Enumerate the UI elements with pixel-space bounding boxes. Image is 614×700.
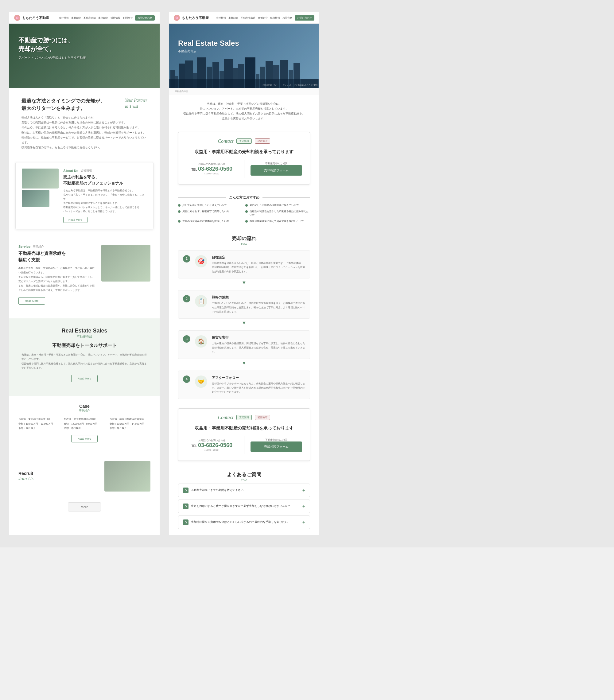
flow-label-4: アフターフォロー <box>212 375 305 380</box>
right-hero-subtitle: 不動産売却店 <box>178 49 310 53</box>
about-read-more[interactable]: Read More <box>63 217 88 223</box>
hero-title: 不動産で勝つには、 売却が全て。 <box>18 36 150 53</box>
breadcrumb-text: 不動産売却店 <box>175 90 188 92</box>
case-1-location: 所在地：東京都江川区荒川区 <box>18 417 59 422</box>
case-section: Case 事例紹介 所在地：東京都江川区荒川区 金額：13,000万円～12,0… <box>9 396 160 455</box>
faq-item-3[interactable]: Q 売却時に掛かる費用や税金はどのくらい掛かるの？最終的な手取りを知りたい + <box>178 515 310 529</box>
flow-num-4: 4 <box>183 375 190 383</box>
flow-section: 売却の流れ Flow 1 🎯 目標設定 不動産売却を成功させるためには、目的と目… <box>169 229 319 405</box>
about-title: 売主の利益を守る、不動産売却のプロフェッショナル <box>63 174 147 186</box>
rec-dot-6 <box>245 220 248 223</box>
recruit-cursive: Join Us <box>18 476 98 482</box>
about-images <box>22 168 59 223</box>
recruit-section: Recruit Join Us <box>9 455 160 498</box>
service-read-more[interactable]: Read More <box>18 297 45 304</box>
flow-num-3: 3 <box>183 335 190 342</box>
flow-step-4: 4 🤝 アフターフォロー 売却後のトラブルサポートはもちろん、余剰資金の運用や節… <box>178 371 310 399</box>
flow-icon-1: 🎯 <box>195 255 207 267</box>
flow-icon-3: 🏠 <box>195 335 207 348</box>
real-estate-title: 不動産売却をトータルサポート <box>22 342 147 349</box>
flow-content-1: 目標設定 不動産売却を成功させるためには、目的と目標の共有が重要です。 ご希望の… <box>212 255 305 274</box>
badge-free-2: 査定無料 <box>236 415 252 420</box>
case-1-type: 形態：専任媒介 <box>18 426 59 430</box>
right-nav-cases[interactable]: 事例紹介 <box>258 16 268 20</box>
case-item-3: 所在地：神奈川県横浜市鶴見区 金額：12,200万円～14,000万円 形態：専… <box>110 417 150 430</box>
right-nav-cta[interactable]: お問い合わせ <box>295 15 314 21</box>
rec-dot-2 <box>245 204 248 207</box>
faq-item-1[interactable]: Q 不動産売却完了までの期間を教えて下さい + <box>178 484 310 497</box>
recommend-grid: 少しでも高く売却したいと考えている方 老朽化した不動産の活用方法に悩んでいる方 … <box>178 203 310 223</box>
more-section: More <box>9 498 160 516</box>
nav-business[interactable]: 事業紹介 <box>71 16 81 20</box>
contact-form-btn-2[interactable]: 売却相談フォーム <box>251 441 302 452</box>
flow-label-3: 確実な実行 <box>212 335 305 340</box>
case-read-more[interactable]: Read More <box>71 435 98 442</box>
faq-plus-3[interactable]: + <box>302 520 305 525</box>
flow-arrow-1: ▼ <box>178 280 310 286</box>
contact-phone-2: TEL 03-6826-0560 <box>186 442 238 449</box>
nav-sales[interactable]: 不動産売却 <box>84 16 96 20</box>
right-header: 🌸 ももたろう不動産 会社情報 事業紹介 不動産売却店 事例紹介 保険情報 お問… <box>169 12 319 24</box>
about-jp-label: 会社情報 <box>81 168 92 173</box>
right-nav-links: 会社情報 事業紹介 不動産売却店 事例紹介 保険情報 お問合せ お問い合わせ <box>216 15 314 21</box>
right-nav-sales[interactable]: 不動産売却店 <box>241 16 255 20</box>
flow-label-1: 目標設定 <box>212 255 305 260</box>
faq-question-2: Q 査定をお願いすると費用が掛かりますか？必ず売却をしなければいけませんか？ <box>183 503 302 509</box>
right-hero-title: Real Estate Sales <box>178 39 310 48</box>
logo-text: ももたろう不動産 <box>22 16 49 20</box>
more-button[interactable]: More <box>68 502 101 512</box>
real-estate-section: Real Estate Sales 不動産売却 不動産売却をトータルサポート 当… <box>9 318 160 396</box>
about-box: About Us 会社情報 売主の利益を守る、不動産売却のプロフェッショナル も… <box>15 162 153 229</box>
real-estate-en-title: Real Estate Sales <box>22 328 147 334</box>
flow-title: 売却の流れ <box>178 236 310 242</box>
faq-plus-2[interactable]: + <box>302 503 305 509</box>
badge-secret-2: 秘密厳守 <box>255 415 270 420</box>
faq-q-badge-2: Q <box>183 503 188 509</box>
flow-content-2: 戦略の策案 ご満足いただける売却のために、物件の特性や市場環境を考え、お客様のご… <box>212 295 305 314</box>
flow-text-4: 売却後のトラブルサポートはもちろん、余剰資金の運用や節税方法も一緒に確認します。… <box>212 382 305 394</box>
hero-caption: 不動産売却・アパート・マンション・ビル売却はももたろう不動産 <box>263 84 318 87</box>
right-hero-content: Real Estate Sales 不動産売却店 <box>169 24 319 60</box>
service-title: 不動産売却と資産承継を幅広く支援 <box>18 250 95 263</box>
right-nav-insurance[interactable]: 保険情報 <box>270 16 280 20</box>
faq-plus-1[interactable]: + <box>302 488 305 493</box>
case-3-price: 金額：12,200万円～14,000万円 <box>110 422 150 426</box>
case-item-2: 所在地：東京都墨田区錦糸町 金額：14,000万円～8,000万円 形態：専任媒… <box>64 417 105 430</box>
nav-cta-button[interactable]: お問い合わせ <box>135 15 155 21</box>
rec-dot-4 <box>245 210 248 213</box>
real-estate-jp-subtitle: 不動産売却 <box>22 335 147 339</box>
real-estate-read-more[interactable]: Read More <box>71 375 98 382</box>
service-section: Service 事業紹介 不動産売却と資産承継を幅広く支援 不動産の売却、相続・… <box>9 236 160 318</box>
service-text: 不動産の売却、相続・生前贈与など、お客様のニーズに合わせた幅広い支援を行っていま… <box>18 266 95 292</box>
faq-item-2[interactable]: Q 査定をお願いすると費用が掛かりますか？必ず売却をしなければいけませんか？ + <box>178 500 310 513</box>
about-content: About Us 会社情報 売主の利益を守る、不動産売却のプロフェッショナル も… <box>63 168 147 223</box>
service-content: Service 事業紹介 不動産売却と資産承継を幅広く支援 不動産の売却、相続・… <box>18 245 95 309</box>
cursive-tagline: Your Partnerin Trust <box>125 97 147 109</box>
right-logo-icon: 🌸 <box>174 15 180 21</box>
contact-columns-2: お電話でのお問い合わせ TEL 03-6826-0560 （10:00～20:0… <box>186 436 302 454</box>
contact-tel-label-1: お電話でのお問い合わせ <box>186 162 238 166</box>
right-nav-business[interactable]: 事業紹介 <box>228 16 238 20</box>
right-nav-company[interactable]: 会社情報 <box>216 16 226 20</box>
breadcrumb: 不動産売却店 <box>169 88 319 95</box>
recommend-item-6: 相続や事業継承に備えて資産管理を検討したい方 <box>245 220 310 223</box>
right-intro-section: 当社は、東京・神奈川・千葉・埼玉などの首都圏を中心に、 特にマンション、アパート… <box>169 95 319 127</box>
contact-title-2: 収益用・事業用不動産の売却相談を承っております <box>186 425 302 432</box>
case-item-1: 所在地：東京都江川区荒川区 金額：13,000万円～12,000万円 形態：専任… <box>18 417 59 430</box>
service-en-label: Service <box>18 245 30 248</box>
recommend-item-4: 信頼性や利便性を活かした不動産を有効に組み替えたい方 <box>245 210 310 217</box>
contact-hours-1: （10:00～20:00） <box>186 172 238 175</box>
nav-recruit[interactable]: 採用情報 <box>111 16 120 20</box>
contact-cursive-1: Contact <box>218 138 234 144</box>
right-logo-area: 🌸 ももたろう不動産 <box>174 15 209 21</box>
logo-area: 🌸 ももたろう不動産 <box>14 15 49 21</box>
contact-hours-2: （10:00～20:00） <box>186 449 238 452</box>
nav-company[interactable]: 会社情報 <box>59 16 69 20</box>
right-nav-contact[interactable]: お問合せ <box>283 16 292 20</box>
contact-form-btn-1[interactable]: 売却相談フォーム <box>251 165 302 176</box>
about-image-2 <box>22 190 49 207</box>
nav-cases[interactable]: 事例紹介 <box>98 16 108 20</box>
rec-dot-3 <box>178 210 180 213</box>
about-text: ももたろう不動産は、不動産売却を得意とする不動産会社です。 私たちは「高く・早く… <box>63 188 147 214</box>
nav-contact[interactable]: お問合せ <box>123 16 133 20</box>
